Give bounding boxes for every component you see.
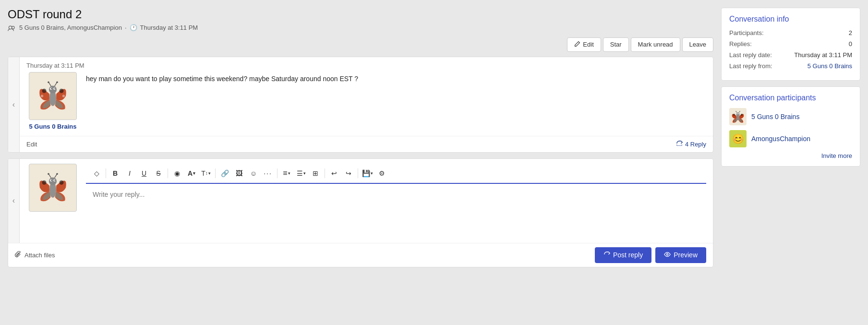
- message-body: Thursday at 3:11 PM: [20, 57, 713, 152]
- svg-point-39: [741, 114, 743, 116]
- toolbar-sep-1: [106, 169, 106, 178]
- toolbar-align[interactable]: ≡▾: [280, 167, 293, 180]
- toolbar-sep-5: [325, 169, 325, 178]
- svg-point-21: [54, 180, 55, 181]
- svg-point-31: [736, 113, 740, 116]
- star-button[interactable]: Star: [603, 37, 629, 52]
- svg-point-6: [51, 88, 52, 89]
- moth-illustration: [31, 74, 74, 118]
- meta-time: Thursday at 3:11 PM: [140, 24, 198, 31]
- replies-label: Replies:: [729, 40, 752, 48]
- toolbar-underline[interactable]: U: [137, 167, 151, 180]
- last-reply-date-value: Thursday at 3:11 PM: [794, 51, 852, 59]
- toolbar-emoji[interactable]: ☺: [247, 167, 260, 180]
- svg-point-25: [56, 173, 58, 175]
- svg-point-26: [42, 180, 47, 184]
- svg-point-14: [41, 95, 43, 97]
- reply-moth-illustration: [31, 166, 74, 209]
- participant-2-avatar: 😊: [729, 130, 747, 147]
- last-reply-from-value[interactable]: 5 Guns 0 Brains: [808, 62, 852, 70]
- toolbar-undo[interactable]: ↩: [327, 167, 341, 180]
- preview-icon: [664, 251, 671, 259]
- toolbar-image[interactable]: 🖼: [232, 167, 246, 180]
- toolbar-more[interactable]: ···: [261, 167, 275, 180]
- toolbar-color[interactable]: ◉: [170, 167, 184, 180]
- replies-value: 0: [849, 40, 852, 48]
- message-content-area: 5 Guns 0 Brains hey man do you want to p…: [20, 72, 713, 136]
- message-timestamp: Thursday at 3:11 PM: [20, 57, 713, 72]
- participant-1-moth: [729, 108, 747, 125]
- svg-point-9: [48, 81, 49, 83]
- info-last-reply-date-row: Last reply date: Thursday at 3:11 PM: [729, 51, 852, 59]
- svg-point-3: [49, 85, 57, 93]
- post-reply-icon: [603, 251, 610, 259]
- svg-point-28: [666, 253, 668, 255]
- toolbar-strikethrough[interactable]: S: [152, 167, 165, 180]
- toolbar-link[interactable]: 🔗: [218, 167, 231, 180]
- message-nav-left[interactable]: ‹: [8, 57, 20, 152]
- author-avatar-area: 5 Guns 0 Brains: [26, 72, 79, 130]
- participant-row-1[interactable]: 5 Guns 0 Brains: [729, 108, 852, 125]
- message-edit-link[interactable]: Edit: [26, 141, 37, 148]
- editor-nav-left[interactable]: ‹: [8, 159, 20, 243]
- reply-input[interactable]: [86, 184, 706, 241]
- toolbar-table[interactable]: ⊞: [309, 167, 322, 180]
- svg-point-32: [737, 113, 738, 114]
- editor-main: ◇ B I U S ◉ A▾ T↕▾ 🔗 🖼: [86, 164, 706, 243]
- toolbar-bold[interactable]: B: [108, 167, 122, 180]
- svg-point-23: [48, 173, 49, 175]
- last-reply-date-label: Last reply date:: [729, 51, 772, 59]
- participants-label: Participants:: [729, 29, 764, 36]
- message-footer: Edit 4 Reply: [20, 136, 713, 152]
- participants-icon: [8, 24, 16, 32]
- conversation-info-card: Conversation info Participants: 2 Replie…: [721, 8, 860, 81]
- author-name[interactable]: 5 Guns 0 Brains: [29, 123, 77, 130]
- svg-point-13: [60, 88, 64, 93]
- post-reply-button[interactable]: Post reply: [595, 247, 651, 263]
- edit-button[interactable]: Edit: [567, 37, 601, 52]
- attach-files-button[interactable]: Attach files: [15, 251, 55, 259]
- participant-row-2[interactable]: 😊 AmongusChampion: [729, 130, 852, 147]
- reply-label: 4 Reply: [685, 141, 706, 148]
- toolbar-font-color[interactable]: A▾: [185, 167, 198, 180]
- participant-2-name[interactable]: AmongusChampion: [751, 135, 810, 143]
- toolbar-eraser[interactable]: ◇: [90, 167, 103, 180]
- reply-icon: [676, 140, 683, 148]
- svg-point-38: [733, 114, 735, 116]
- preview-button[interactable]: Preview: [655, 247, 706, 263]
- editor-card: ‹: [8, 158, 713, 267]
- svg-point-11: [56, 81, 58, 83]
- participant-1-avatar: [729, 108, 747, 125]
- svg-point-12: [42, 88, 47, 93]
- svg-point-35: [735, 111, 736, 112]
- editor-wrap: ‹: [8, 159, 713, 243]
- conversation-participants-title: Conversation participants: [729, 94, 852, 102]
- participant-1-name[interactable]: 5 Guns 0 Brains: [751, 113, 799, 120]
- svg-point-33: [738, 113, 739, 114]
- toolbar-italic[interactable]: I: [123, 167, 136, 180]
- svg-point-27: [60, 180, 64, 184]
- svg-point-15: [62, 95, 65, 97]
- meta-dot: ·: [125, 24, 127, 31]
- toolbar-list[interactable]: ☰▾: [294, 167, 308, 180]
- action-bar: Edit Star Mark unread Leave: [8, 37, 713, 52]
- svg-point-7: [54, 88, 55, 89]
- participants-list: 5 Guns 0 Brains 😊 AmongusChampion: [729, 108, 852, 147]
- leave-button[interactable]: Leave: [682, 37, 713, 52]
- editor-toolbar: ◇ B I U S ◉ A▾ T↕▾ 🔗 🖼: [86, 164, 706, 184]
- svg-point-17: [49, 177, 57, 185]
- reply-avatar-image: [29, 164, 77, 212]
- participants-value: 2: [849, 29, 852, 36]
- participant-2-among-img: 😊: [729, 130, 747, 147]
- toolbar-redo[interactable]: ↪: [342, 167, 355, 180]
- toolbar-text-size[interactable]: T↕▾: [199, 167, 213, 180]
- reply-button[interactable]: 4 Reply: [676, 140, 706, 148]
- toolbar-sep-4: [277, 169, 277, 178]
- conversation-participants-card: Conversation participants: [721, 86, 860, 167]
- toolbar-settings[interactable]: ⚙: [375, 167, 388, 180]
- edit-icon: [574, 41, 580, 48]
- reply-avatar-area: [26, 164, 79, 243]
- mark-unread-button[interactable]: Mark unread: [631, 37, 680, 52]
- toolbar-save[interactable]: 💾▾: [361, 167, 374, 180]
- invite-more-link[interactable]: Invite more: [729, 152, 852, 159]
